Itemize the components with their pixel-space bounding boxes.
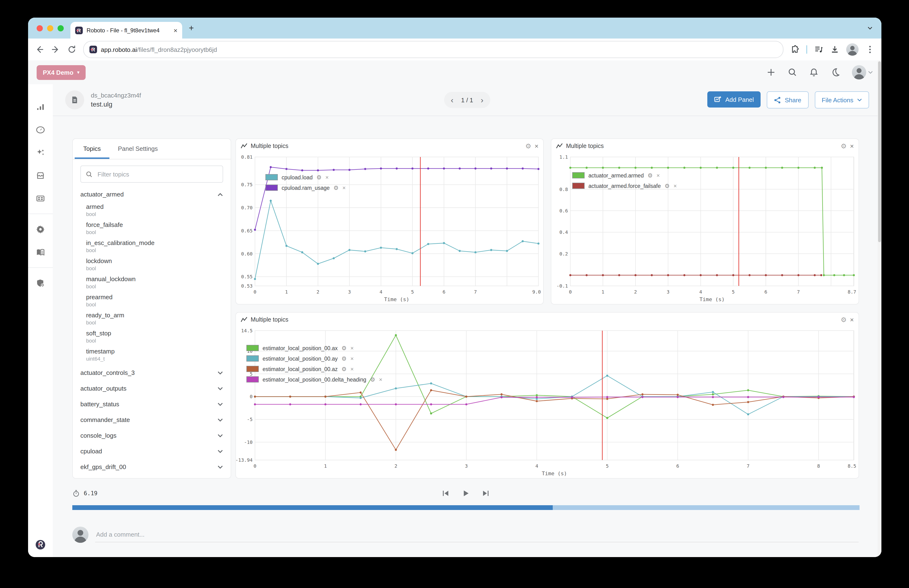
user-menu[interactable] xyxy=(852,65,873,79)
scrollbar-thumb[interactable] xyxy=(878,61,881,242)
series-settings-gear-icon[interactable]: ⚙ xyxy=(316,174,321,180)
data-point xyxy=(286,245,287,247)
playback-progress-track[interactable] xyxy=(72,505,859,510)
nav-ai-sparkles-icon[interactable] xyxy=(36,148,45,157)
panel-settings-gear-icon[interactable]: ⚙ xyxy=(841,143,847,149)
series-settings-gear-icon[interactable]: ⚙ xyxy=(370,376,375,382)
series-remove-icon[interactable]: × xyxy=(342,185,346,191)
add-comment-input[interactable] xyxy=(95,527,859,542)
y-tick-label: 1.1 xyxy=(559,154,568,160)
skip-to-end-icon[interactable] xyxy=(482,489,489,497)
y-tick-label: 14.5 xyxy=(241,328,253,333)
topic-group-actuator_outputs[interactable]: actuator_outputs xyxy=(81,381,223,396)
series-remove-icon[interactable]: × xyxy=(350,345,354,351)
x-tick-label: 2 xyxy=(316,289,320,295)
tab-topics[interactable]: Topics xyxy=(75,139,110,159)
chart-body[interactable]: 0.810.750.700.650.600.550.53012345679.0T… xyxy=(236,153,543,304)
back-icon[interactable] xyxy=(35,45,44,54)
series-remove-icon[interactable]: × xyxy=(350,366,354,372)
download-icon[interactable] xyxy=(830,45,840,54)
panel-close-icon[interactable]: × xyxy=(534,143,538,149)
topic-group-actuator_controls_3[interactable]: actuator_controls_3 xyxy=(81,365,223,381)
series-settings-gear-icon[interactable]: ⚙ xyxy=(333,185,339,191)
topic-field-armed[interactable]: armedbool xyxy=(81,202,223,220)
dataset-id[interactable]: ds_bcac4ngz3m4f xyxy=(91,92,141,99)
series-settings-gear-icon[interactable]: ⚙ xyxy=(647,173,653,178)
next-page-chevron-icon[interactable]: › xyxy=(481,96,483,104)
data-point xyxy=(843,274,845,276)
topic-group-ekf_gps_drift_00[interactable]: ekf_gps_drift_00 xyxy=(81,459,223,475)
topic-field-manual_lockdown[interactable]: manual_lockdownbool xyxy=(81,275,223,292)
share-button[interactable]: Share xyxy=(767,91,808,108)
panel-close-icon[interactable]: × xyxy=(850,143,854,149)
minimize-window-button[interactable] xyxy=(47,25,53,31)
nav-docs-book-icon[interactable] xyxy=(36,247,45,257)
series-remove-icon[interactable]: × xyxy=(350,355,354,361)
topic-field-lockdown[interactable]: lockdownbool xyxy=(81,257,223,275)
topic-field-prearmed[interactable]: prearmedbool xyxy=(81,292,223,311)
filter-topics-input[interactable] xyxy=(97,170,218,178)
play-icon[interactable] xyxy=(462,489,469,497)
chart-legend: estimator_local_position_00.ax⚙×estimato… xyxy=(246,345,383,383)
skip-to-start-icon[interactable] xyxy=(442,489,449,497)
x-tick-label: 1 xyxy=(601,289,604,295)
nav-panels-icon[interactable] xyxy=(36,194,45,203)
data-point xyxy=(700,167,702,169)
add-panel-button[interactable]: Add Panel xyxy=(707,91,760,108)
browser-menu-kebab-icon[interactable] xyxy=(865,45,875,54)
topic-field-in_esc_calibration_mode[interactable]: in_esc_calibration_modebool xyxy=(81,238,223,257)
series-settings-gear-icon[interactable]: ⚙ xyxy=(665,183,670,189)
topic-group-battery_status[interactable]: battery_status xyxy=(81,396,223,412)
chart-body[interactable]: 1.10.80.60.40.2-0.1012345678.7Time (s)ac… xyxy=(551,153,859,304)
nav-activity-bars-icon[interactable] xyxy=(36,102,45,112)
topic-group-cpuload[interactable]: cpuload xyxy=(81,443,223,459)
data-point xyxy=(395,449,397,451)
topic-field-ready_to_arm[interactable]: ready_to_armbool xyxy=(81,311,223,329)
topic-field-soft_stop[interactable]: soft_stopbool xyxy=(81,329,223,347)
data-point xyxy=(635,167,637,169)
media-playlist-icon[interactable] xyxy=(814,45,823,54)
nav-explore-compass-icon[interactable] xyxy=(36,125,45,135)
series-remove-icon[interactable]: × xyxy=(673,183,677,189)
url-bar[interactable]: R app.roboto.ai/files/fl_dron8az2pjyoory… xyxy=(83,41,783,58)
new-tab-button[interactable]: + xyxy=(189,23,194,33)
browser-profile-avatar[interactable] xyxy=(846,43,859,56)
nav-admin-shield-icon[interactable] xyxy=(36,278,45,288)
browser-tab[interactable]: R Roboto - File - fl_9t8ev1twe4 × xyxy=(70,22,182,39)
notifications-bell-icon[interactable] xyxy=(809,68,819,77)
forward-icon[interactable] xyxy=(51,45,60,54)
extensions-icon[interactable] xyxy=(790,45,799,54)
page-scrollbar[interactable] xyxy=(878,60,882,557)
chart-body[interactable]: 14.51050-5-10-13.940123456788.5Time (s)e… xyxy=(236,327,859,478)
data-point xyxy=(602,167,604,169)
topic-group-commander_state[interactable]: commander_state xyxy=(81,412,223,428)
panel-settings-gear-icon[interactable]: ⚙ xyxy=(525,143,531,149)
tab-close-icon[interactable]: × xyxy=(174,26,178,34)
panel-settings-gear-icon[interactable]: ⚙ xyxy=(841,317,847,323)
maximize-window-button[interactable] xyxy=(58,25,64,31)
series-remove-icon[interactable]: × xyxy=(656,173,660,178)
file-actions-button[interactable]: File Actions xyxy=(815,91,869,108)
nav-settings-gear-icon[interactable] xyxy=(36,225,45,234)
series-settings-gear-icon[interactable]: ⚙ xyxy=(342,345,347,351)
tab-search-chevron-icon[interactable] xyxy=(865,23,875,33)
data-point xyxy=(586,167,588,169)
dark-mode-moon-icon[interactable] xyxy=(830,68,840,77)
topic-group-actuator_armed[interactable]: actuator_armed xyxy=(81,186,223,202)
reload-icon[interactable] xyxy=(67,45,77,54)
panel-close-icon[interactable]: × xyxy=(850,317,854,323)
topic-group-console_logs[interactable]: console_logs xyxy=(81,428,223,443)
topic-field-force_failsafe[interactable]: force_failsafebool xyxy=(81,220,223,238)
series-settings-gear-icon[interactable]: ⚙ xyxy=(342,355,347,361)
org-switcher-button[interactable]: PX4 Demo ▾ xyxy=(37,65,86,80)
series-settings-gear-icon[interactable]: ⚙ xyxy=(342,366,347,372)
close-window-button[interactable] xyxy=(37,25,43,31)
nav-store-icon[interactable] xyxy=(36,171,45,180)
search-icon[interactable] xyxy=(788,68,797,77)
series-remove-icon[interactable]: × xyxy=(325,174,329,180)
prev-page-chevron-icon[interactable]: ‹ xyxy=(451,96,453,104)
tab-panel-settings[interactable]: Panel Settings xyxy=(110,139,166,159)
series-remove-icon[interactable]: × xyxy=(379,376,383,382)
add-icon[interactable] xyxy=(766,68,776,77)
topic-field-timestamp[interactable]: timestampuint64_t xyxy=(81,347,223,365)
